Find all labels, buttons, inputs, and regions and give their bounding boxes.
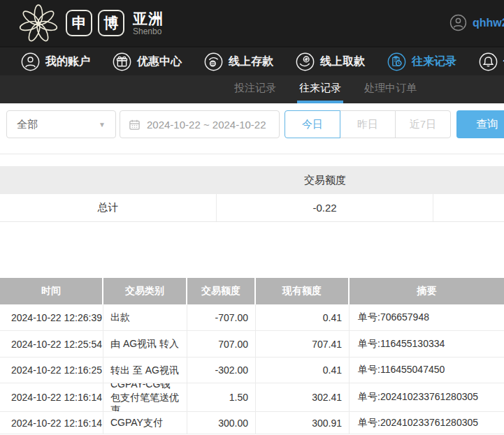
column-header-type: 交易类别 <box>103 278 187 304</box>
column-header-time: 时间 <box>0 278 103 304</box>
cell-summary: 单号:706657948 <box>350 304 504 330</box>
nav-label: 往来记录 <box>412 54 456 69</box>
date-range-value: 2024-10-22 ~ 2024-10-22 <box>147 119 266 131</box>
cell-amount: 1.50 <box>187 383 256 411</box>
table-row: 2024-10-22 12:16:25 转出 至 AG视讯 -302.00 0.… <box>0 357 504 383</box>
table-header-row: 时间 交易类别 交易额度 现有额度 摘要 <box>0 278 504 304</box>
bell-icon <box>479 52 498 71</box>
last-7-days-button[interactable]: 近7日 <box>395 110 451 138</box>
cell-amount: 707.00 <box>187 331 256 357</box>
transactions-table: 时间 交易类别 交易额度 现有额度 摘要 2024-10-22 12:26:39… <box>0 278 504 434</box>
calendar-icon <box>129 119 141 131</box>
nav-item-deposit[interactable]: 线上存款 <box>204 52 273 71</box>
main-navigation: 我的账户 优惠中心 线上存款 <box>0 46 504 75</box>
gift-icon <box>113 52 131 71</box>
summary-header-spacer <box>0 166 217 194</box>
search-button[interactable]: 查询 <box>456 110 504 138</box>
cell-type: 转出 至 AG视讯 <box>103 357 187 383</box>
nav-item-withdraw[interactable]: 线上取款 <box>296 52 365 71</box>
type-filter-value: 全部 <box>17 118 38 131</box>
cell-amount: -302.00 <box>187 357 256 383</box>
table-row: 2024-10-22 12:16:14 CGPAY-CG钱包支付笔笔送优惠 1.… <box>0 383 504 412</box>
cell-time: 2024-10-22 12:16:14 <box>0 412 103 434</box>
user-avatar-icon <box>449 14 467 31</box>
cell-time: 2024-10-22 12:25:54 <box>0 331 103 357</box>
cell-summary: 单号:202410233761280305 <box>350 412 504 434</box>
lotus-flower-icon <box>18 3 59 43</box>
cell-type: CGPAY-CG钱包支付笔笔送优惠 <box>103 383 187 411</box>
type-filter-dropdown[interactable]: 全部 ▼ <box>6 110 116 138</box>
cell-balance: 302.41 <box>256 383 350 411</box>
cell-time: 2024-10-22 12:26:39 <box>0 304 103 330</box>
nav-item-my-account[interactable]: 我的账户 <box>21 52 90 71</box>
table-row: 2024-10-22 12:26:39 出款 -707.00 0.41 单号:7… <box>0 304 504 331</box>
chevron-down-icon: ▼ <box>99 121 106 128</box>
cell-balance: 707.41 <box>256 331 350 357</box>
page: 申 博 亚洲 Shenbo qhhw2 我的账户 <box>0 0 504 435</box>
yesterday-button[interactable]: 昨日 <box>340 110 396 138</box>
nav-label: 线上存款 <box>229 54 273 69</box>
summary-table: 交易额度 总计 -0.22 <box>0 166 504 222</box>
cell-balance: 0.41 <box>256 357 350 383</box>
nav-label: 我的账户 <box>45 54 90 69</box>
summary-empty-cell <box>433 194 504 221</box>
column-header-balance: 现有额度 <box>256 278 350 304</box>
logo-char-box-1: 申 <box>66 10 92 36</box>
nav-label: 线上取款 <box>320 54 365 69</box>
cell-summary: 单号:202410233761280305 <box>350 383 504 411</box>
column-header-amount: 交易额度 <box>187 278 256 304</box>
cell-time: 2024-10-22 12:16:25 <box>0 357 103 383</box>
cell-time: 2024-10-22 12:16:14 <box>0 383 103 411</box>
summary-header-label: 交易额度 <box>217 166 433 194</box>
summary-total-label: 总计 <box>0 194 217 221</box>
table-row: 2024-10-22 12:16:14 CGPAY支付 300.00 300.9… <box>0 412 504 434</box>
record-tabs: 投注记录 往来记录 处理中订单 <box>0 75 504 103</box>
cell-amount: 300.00 <box>187 412 256 434</box>
nav-item-messages[interactable]: 信息 <box>479 52 504 71</box>
summary-total-value: -0.22 <box>217 194 433 221</box>
cell-summary: 单号:116455047450 <box>350 357 504 383</box>
table-row: 2024-10-22 12:25:54 由 AG视讯 转入 707.00 707… <box>0 331 504 357</box>
summary-header-row: 交易额度 <box>0 166 504 194</box>
deposit-hand-coin-icon <box>204 52 223 71</box>
quick-date-button-group: 今日 昨日 近7日 <box>285 110 451 138</box>
date-range-input[interactable]: 2024-10-22 ~ 2024-10-22 <box>120 110 280 138</box>
logo-char-box-2: 博 <box>98 10 124 36</box>
nav-item-promotions[interactable]: 优惠中心 <box>113 52 182 71</box>
nav-item-transaction-records[interactable]: 往来记录 <box>387 52 456 71</box>
tab-pending-orders[interactable]: 处理中订单 <box>362 75 419 103</box>
tab-transaction-records[interactable]: 往来记录 <box>297 75 343 103</box>
tab-betting-records[interactable]: 投注记录 <box>232 75 278 103</box>
logo-region-text: 亚洲 <box>133 11 164 26</box>
section-divider <box>0 154 504 154</box>
column-header-summary: 摘要 <box>350 278 504 304</box>
user-circle-icon <box>21 52 40 71</box>
cell-summary: 单号:116455130334 <box>350 331 504 357</box>
logo-subtitle: Shenbo <box>133 27 164 36</box>
withdraw-hand-coin-icon <box>296 52 315 71</box>
records-clipboard-clock-icon <box>387 52 406 71</box>
cell-type: CGPAY支付 <box>103 412 187 434</box>
username-text[interactable]: qhhw2 <box>473 17 504 29</box>
cell-amount: -707.00 <box>187 304 256 330</box>
summary-header-spacer <box>433 166 504 194</box>
today-button[interactable]: 今日 <box>285 110 340 138</box>
user-account-area[interactable]: qhhw2 <box>449 14 504 31</box>
cell-balance: 0.41 <box>256 304 350 330</box>
top-header-bar: 申 博 亚洲 Shenbo qhhw2 <box>0 0 504 46</box>
cell-balance: 300.91 <box>256 412 350 434</box>
cell-type: 出款 <box>103 304 187 330</box>
summary-total-row: 总计 -0.22 <box>0 194 504 222</box>
brand-logo[interactable]: 申 博 亚洲 Shenbo <box>18 3 164 43</box>
nav-label: 优惠中心 <box>137 54 182 69</box>
cell-type: 由 AG视讯 转入 <box>103 331 187 357</box>
